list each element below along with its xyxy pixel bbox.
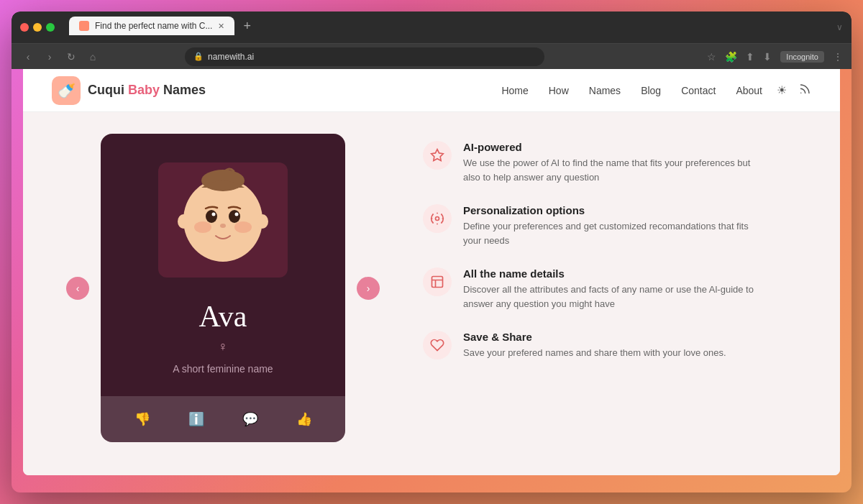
close-button[interactable]: [20, 23, 29, 32]
personalization-icon: [423, 204, 452, 233]
svg-point-11: [257, 214, 268, 229]
address-bar: ‹ › ↻ ⌂ 🔒 namewith.ai ☆ 🧩 ⬆ ⬇ Incognito …: [12, 43, 851, 69]
svg-point-7: [212, 213, 216, 216]
feature-desc-1: Define your preferences and get customiz…: [463, 219, 765, 247]
nav-contact[interactable]: Contact: [681, 85, 716, 96]
svg-point-6: [229, 210, 240, 223]
features-section: AI-powered We use the power of AI to fin…: [423, 134, 797, 360]
baby-illustration: [151, 155, 295, 285]
site-header: 🍼 Cuqui Baby Names Home How Names Blog C…: [23, 69, 840, 112]
tab-close-button[interactable]: ✕: [218, 22, 224, 31]
name-card: Ava ♀ A short feminine name 👎 ℹ️ 💬 👍: [101, 134, 345, 442]
logo-baby: Baby: [124, 83, 163, 97]
feature-title-3: Save & Share: [463, 331, 726, 343]
svg-point-10: [178, 214, 189, 229]
browser-toolbar: ☆ 🧩 ⬆ ⬇ Incognito ⋮: [707, 51, 843, 63]
feature-desc-2: Discover all the attributes and facts of…: [463, 283, 765, 311]
header-icons: ☀: [777, 83, 811, 98]
nav-how[interactable]: How: [549, 85, 569, 96]
card-carousel: ‹: [66, 134, 380, 442]
rss-icon[interactable]: [798, 83, 811, 98]
save-share-content: Save & Share Save your prefered names an…: [463, 331, 726, 360]
extension-icon[interactable]: 🧩: [725, 51, 737, 63]
dislike-button[interactable]: 👎: [129, 406, 155, 432]
feature-name-details: All the name details Discover all the at…: [423, 267, 797, 311]
site-main: ‹: [23, 112, 840, 475]
nav-blog[interactable]: Blog: [641, 85, 661, 96]
svg-point-9: [220, 224, 226, 228]
feature-save-share: Save & Share Save your prefered names an…: [423, 331, 797, 360]
nav-about[interactable]: About: [736, 85, 762, 96]
nav-names[interactable]: Names: [589, 85, 621, 96]
svg-point-0: [800, 92, 802, 93]
download-icon[interactable]: ⬇: [763, 51, 772, 63]
feature-desc-3: Save your prefered names and share them …: [463, 346, 726, 360]
menu-icon[interactable]: ⋮: [833, 51, 843, 63]
logo[interactable]: 🍼 Cuqui Baby Names: [52, 76, 206, 105]
svg-point-8: [235, 213, 239, 216]
svg-rect-14: [432, 277, 443, 288]
window-chevron: ∨: [828, 22, 843, 32]
next-button[interactable]: ›: [357, 277, 380, 300]
share-icon[interactable]: ⬆: [746, 51, 754, 63]
prev-button[interactable]: ‹: [66, 277, 89, 300]
url-text: namewith.ai: [208, 52, 254, 62]
site-nav: Home How Names Blog Contact About: [501, 85, 762, 96]
svg-point-4: [234, 221, 252, 233]
svg-point-13: [436, 217, 439, 221]
gender-symbol: ♀: [218, 339, 228, 354]
browser-tab[interactable]: Find the perfect name with C... ✕: [69, 17, 234, 35]
like-button[interactable]: 👍: [291, 406, 317, 432]
incognito-badge: Incognito: [780, 51, 824, 63]
star-icon[interactable]: ☆: [707, 51, 716, 63]
feature-title-0: AI-powered: [463, 141, 765, 153]
svg-point-3: [194, 221, 211, 233]
feature-desc-0: We use the power of AI to find the name …: [463, 156, 765, 184]
back-button[interactable]: ‹: [20, 51, 36, 63]
info-button[interactable]: ℹ️: [183, 406, 209, 432]
logo-cuqui: Cuqui: [88, 83, 124, 97]
forward-button[interactable]: ›: [42, 51, 58, 63]
ai-powered-icon: [423, 141, 452, 170]
minimize-button[interactable]: [33, 23, 42, 32]
lock-icon: 🔒: [193, 52, 204, 61]
new-tab-button[interactable]: +: [237, 19, 257, 34]
name-details-content: All the name details Discover all the at…: [463, 267, 765, 311]
ai-powered-content: AI-powered We use the power of AI to fin…: [463, 141, 765, 184]
tab-favicon: [79, 21, 89, 31]
feature-ai-powered: AI-powered We use the power of AI to fin…: [423, 141, 797, 184]
logo-text: Cuqui Baby Names: [88, 83, 206, 98]
svg-point-5: [206, 210, 217, 223]
browser-content: 🍼 Cuqui Baby Names Home How Names Blog C…: [23, 69, 840, 475]
home-button[interactable]: ⌂: [85, 51, 101, 63]
feature-title-2: All the name details: [463, 267, 765, 280]
theme-toggle-icon[interactable]: ☀: [777, 83, 787, 97]
name-description: A short feminine name: [173, 363, 273, 375]
traffic-lights: [20, 23, 55, 32]
feature-personalization: Personalization options Define your pref…: [423, 204, 797, 247]
nav-home[interactable]: Home: [501, 85, 528, 96]
refresh-button[interactable]: ↻: [63, 51, 79, 63]
name-text: Ava: [199, 299, 247, 334]
url-bar[interactable]: 🔒 namewith.ai: [185, 47, 544, 66]
maximize-button[interactable]: [46, 23, 55, 32]
logo-icon: 🍼: [52, 76, 81, 105]
name-details-icon: [423, 267, 452, 296]
card-actions: 👎 ℹ️ 💬 👍: [101, 396, 345, 442]
personalization-content: Personalization options Define your pref…: [463, 204, 765, 247]
save-share-icon: [423, 331, 452, 359]
logo-names: Names: [163, 83, 206, 97]
comment-button[interactable]: 💬: [237, 406, 263, 432]
feature-title-1: Personalization options: [463, 204, 765, 216]
tab-title: Find the perfect name with C...: [95, 21, 212, 31]
